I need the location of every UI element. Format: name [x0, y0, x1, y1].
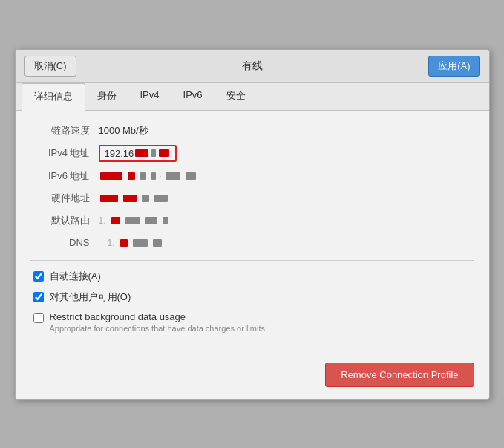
- dr-redacted-2: [125, 217, 140, 224]
- hw-redacted-1: [100, 195, 118, 202]
- ipv4-value: 192.16: [105, 148, 134, 159]
- dialog-title: 有线: [242, 59, 263, 73]
- ipv6-redacted-3: [140, 172, 146, 180]
- default-route-row: 默认路由 1.: [30, 212, 474, 229]
- dns-label: DNS: [30, 237, 90, 248]
- restrict-row: Restrict background data usage Appropria…: [33, 311, 474, 333]
- auto-connect-checkbox[interactable]: [33, 271, 44, 282]
- ipv6-redacted-2: [128, 172, 135, 180]
- tab-security[interactable]: 安全: [215, 83, 258, 111]
- restrict-text: Restrict background data usage Appropria…: [50, 311, 268, 333]
- dialog: 取消(C) 有线 应用(A) 详细信息 身份 IPv4 IPv6 安全 链路速度…: [15, 49, 490, 400]
- tab-ipv4[interactable]: IPv4: [128, 83, 171, 111]
- dns-redacted-2: [133, 239, 148, 247]
- default-route-label: 默认路由: [30, 214, 90, 227]
- dns-redacted-1: [120, 239, 128, 247]
- ipv6-redacted-5: [166, 172, 180, 180]
- dialog-body: 链路速度 1000 Mb/秒 IPv4 地址 192.16 IPv6 地址 ·: [16, 111, 489, 355]
- dr-redacted-1: [111, 217, 120, 224]
- apply-button[interactable]: 应用(A): [428, 56, 480, 77]
- remove-connection-button[interactable]: Remove Connection Profile: [325, 363, 474, 387]
- tab-details[interactable]: 详细信息: [22, 83, 85, 111]
- dialog-header: 取消(C) 有线 应用(A): [16, 50, 489, 83]
- ipv4-row: IPv4 地址 192.16: [30, 145, 474, 162]
- hw-redacted-4: [154, 195, 168, 202]
- ipv4-highlighted: 192.16: [99, 145, 177, 162]
- link-speed-row: 链路速度 1000 Mb/秒: [30, 123, 474, 139]
- ipv6-redacted-6: [186, 172, 196, 180]
- dns-redacted-3: [153, 239, 162, 247]
- other-users-checkbox[interactable]: [33, 292, 44, 302]
- ipv4-redacted-1: [135, 149, 148, 157]
- ipv4-redacted-2: [151, 149, 156, 157]
- auto-connect-label: 自动连接(A): [50, 270, 101, 283]
- link-speed-value: 1000 Mb/秒: [99, 124, 148, 137]
- dns-row: DNS 1.: [30, 235, 474, 251]
- hardware-row: 硬件地址: [30, 190, 474, 207]
- bottom-bar: Remove Connection Profile: [16, 355, 489, 399]
- dr-redacted-3: [145, 217, 157, 224]
- ipv4-label: IPv4 地址: [30, 146, 90, 160]
- hw-redacted-2: [123, 195, 137, 202]
- hw-redacted-3: [142, 195, 149, 202]
- cancel-button[interactable]: 取消(C): [24, 56, 76, 77]
- link-speed-label: 链路速度: [30, 124, 90, 137]
- tab-ipv6[interactable]: IPv6: [171, 83, 215, 111]
- ipv6-redacted-1: [100, 172, 122, 180]
- tab-bar: 详细信息 身份 IPv4 IPv6 安全: [16, 83, 489, 111]
- other-users-row: 对其他用户可用(O): [33, 290, 474, 304]
- dr-redacted-4: [163, 217, 168, 224]
- auto-connect-row: 自动连接(A): [33, 270, 474, 283]
- divider: [30, 260, 474, 261]
- ipv6-redacted-4: [151, 172, 156, 180]
- ipv4-redacted-3: [159, 149, 169, 157]
- hardware-label: 硬件地址: [30, 192, 90, 205]
- restrict-title: Restrict background data usage: [50, 311, 268, 322]
- restrict-checkbox[interactable]: [33, 313, 44, 323]
- ipv6-label: IPv6 地址: [30, 169, 90, 183]
- tab-identity[interactable]: 身份: [85, 83, 128, 111]
- ipv6-row: IPv6 地址 ·: [30, 168, 474, 184]
- restrict-subtitle: Appropriate for connections that have da…: [50, 324, 268, 333]
- other-users-label: 对其他用户可用(O): [50, 290, 131, 304]
